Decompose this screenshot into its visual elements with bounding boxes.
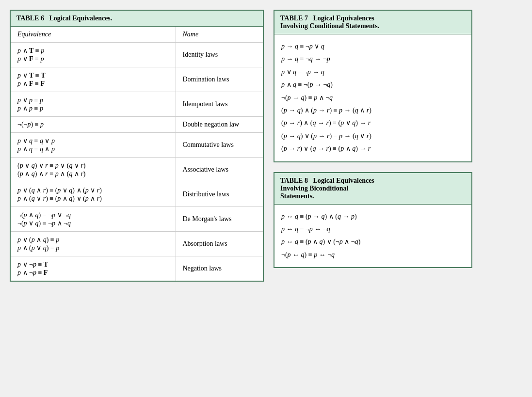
name-cell: Domination laws xyxy=(176,67,263,92)
table-row: ¬(p ∧ q) ≡ ¬p ∨ ¬q ¬(p ∨ q) ≡ ¬p ∧ ¬q De… xyxy=(11,207,263,232)
name-cell: Double negation law xyxy=(176,117,263,133)
table7-row: ¬(p → q) ≡ p ∧ ¬q xyxy=(281,93,465,103)
table8-row: p ↔ q ≡ (p ∧ q) ∨ (¬p ∧ ¬q) xyxy=(281,237,465,247)
equiv-line: p ∨ p ≡ p xyxy=(17,96,169,104)
name-cell: Absorption laws xyxy=(176,232,263,256)
name-cell: De Morgan's laws xyxy=(176,207,263,232)
equiv-cell: p ∨ (q ∧ r) ≡ (p ∨ q) ∧ (p ∨ r) p ∧ (q ∨… xyxy=(11,182,176,207)
name-cell: Negation laws xyxy=(176,256,263,281)
equiv-line: p ∨ q ≡ q ∨ p xyxy=(17,137,169,145)
equiv-line: p ∧ (q ∨ r) ≡ (p ∧ q) ∨ (p ∧ r) xyxy=(17,194,169,203)
equiv-cell: p ∨ T ≡ T p ∧ F ≡ F xyxy=(11,67,176,92)
name-cell: Distributive laws xyxy=(176,182,263,207)
table7-row: p → q ≡ ¬p ∨ q xyxy=(281,41,465,52)
table8-header: TABLE 8 Logical EquivalencesInvolving Bi… xyxy=(274,173,471,205)
equiv-line: ¬(p ∧ q) ≡ ¬p ∨ ¬q xyxy=(17,211,169,219)
table-row: p ∧ T ≡ p p ∨ F ≡ p Identity laws xyxy=(11,43,263,67)
table6-header: TABLE 6 Logical Equivalences. xyxy=(11,11,263,27)
equiv-line: p ∧ p ≡ p xyxy=(17,104,169,112)
table7-header: TABLE 7 Logical EquivalencesInvolving Co… xyxy=(274,11,471,34)
table8-row: p ↔ q ≡ ¬p ↔ ¬q xyxy=(281,224,465,235)
table6-wrapper: TABLE 6 Logical Equivalences. Equivalenc… xyxy=(10,10,264,282)
equiv-line: p ∧ (p ∨ q) ≡ p xyxy=(17,244,169,252)
table7-row: p ∨ q ≡ ¬p → q xyxy=(281,67,465,78)
table7-row: (p → q) ∧ (p → r) ≡ p → (q ∧ r) xyxy=(281,105,465,116)
equiv-line: (p ∧ q) ∧ r ≡ p ∧ (q ∧ r) xyxy=(17,170,169,178)
table-row: p ∨ ¬p ≡ T p ∧ ¬p ≡ F Negation laws xyxy=(11,256,263,281)
equiv-line: p ∨ F ≡ p xyxy=(17,55,169,63)
name-cell: Idempotent laws xyxy=(176,92,263,117)
equiv-line: p ∧ F ≡ F xyxy=(17,79,169,88)
table8-content: p ↔ q ≡ (p → q) ∧ (q → p) p ↔ q ≡ ¬p ↔ ¬… xyxy=(274,205,471,268)
equiv-cell: p ∨ ¬p ≡ T p ∧ ¬p ≡ F xyxy=(11,256,176,281)
equiv-line: p ∨ (q ∧ r) ≡ (p ∨ q) ∧ (p ∨ r) xyxy=(17,186,169,194)
equiv-cell: p ∨ (p ∧ q) ≡ p p ∧ (p ∨ q) ≡ p xyxy=(11,232,176,256)
table6-title: TABLE 6 Logical Equivalences. xyxy=(16,15,112,22)
table7-row: p ∧ q ≡ ¬(p → ¬q) xyxy=(281,79,465,90)
table-row: (p ∨ q) ∨ r ≡ p ∨ (q ∨ r) (p ∧ q) ∧ r ≡ … xyxy=(11,158,263,182)
equiv-line: ¬(p ∨ q) ≡ ¬p ∧ ¬q xyxy=(17,219,169,227)
name-cell: Associative laws xyxy=(176,158,263,182)
equiv-line: p ∨ (p ∧ q) ≡ p xyxy=(17,236,169,244)
table8-row: p ↔ q ≡ (p → q) ∧ (q → p) xyxy=(281,211,465,222)
table6-table: Equivalence Name p ∧ T ≡ p p ∨ F ≡ p Ide… xyxy=(11,27,263,281)
col-name-header: Name xyxy=(176,27,263,43)
table7-row: (p → r) ∨ (q → r) ≡ (p ∧ q) → r xyxy=(281,143,465,154)
table7-content: p → q ≡ ¬p ∨ q p → q ≡ ¬q → ¬p p ∨ q ≡ ¬… xyxy=(274,34,471,161)
equiv-line: p ∨ ¬p ≡ T xyxy=(17,260,169,269)
equiv-line: p ∧ T ≡ p xyxy=(17,47,169,55)
equiv-line: ¬(¬p) ≡ p xyxy=(17,121,169,128)
equiv-cell: ¬(p ∧ q) ≡ ¬p ∨ ¬q ¬(p ∨ q) ≡ ¬p ∧ ¬q xyxy=(11,207,176,232)
table-row: p ∨ (q ∧ r) ≡ (p ∨ q) ∧ (p ∨ r) p ∧ (q ∨… xyxy=(11,182,263,207)
table8-row: ¬(p ↔ q) ≡ p ↔ ¬q xyxy=(281,250,465,260)
table6: TABLE 6 Logical Equivalences. Equivalenc… xyxy=(10,10,264,282)
table7-row: (p → r) ∧ (q → r) ≡ (p ∨ q) → r xyxy=(281,118,465,128)
equiv-line: p ∧ ¬p ≡ F xyxy=(17,269,169,277)
table-row: p ∨ q ≡ q ∨ p p ∧ q ≡ q ∧ p Commutative … xyxy=(11,133,263,158)
table6-col-headers: Equivalence Name xyxy=(11,27,263,43)
right-column: TABLE 7 Logical EquivalencesInvolving Co… xyxy=(274,10,472,268)
equiv-cell: ¬(¬p) ≡ p xyxy=(11,117,176,133)
table7: TABLE 7 Logical EquivalencesInvolving Co… xyxy=(274,10,472,162)
table-row: p ∨ (p ∧ q) ≡ p p ∧ (p ∨ q) ≡ p Absorpti… xyxy=(11,232,263,256)
equiv-line: p ∨ T ≡ T xyxy=(17,71,169,79)
equiv-line: p ∧ q ≡ q ∧ p xyxy=(17,145,169,153)
name-cell: Identity laws xyxy=(176,43,263,67)
name-cell: Commutative laws xyxy=(176,133,263,158)
table8-title: TABLE 8 Logical EquivalencesInvolving Bi… xyxy=(280,177,374,200)
equiv-cell: p ∨ p ≡ p p ∧ p ≡ p xyxy=(11,92,176,117)
table-row: p ∨ p ≡ p p ∧ p ≡ p Idempotent laws xyxy=(11,92,263,117)
equiv-line: (p ∨ q) ∨ r ≡ p ∨ (q ∨ r) xyxy=(17,161,169,170)
table-row: p ∨ T ≡ T p ∧ F ≡ F Domination laws xyxy=(11,67,263,92)
table-row: ¬(¬p) ≡ p Double negation law xyxy=(11,117,263,133)
equiv-cell: (p ∨ q) ∨ r ≡ p ∨ (q ∨ r) (p ∧ q) ∧ r ≡ … xyxy=(11,158,176,182)
table7-title: TABLE 7 Logical EquivalencesInvolving Co… xyxy=(280,15,379,30)
equiv-cell: p ∨ q ≡ q ∨ p p ∧ q ≡ q ∧ p xyxy=(11,133,176,158)
table7-row: (p → q) ∨ (p → r) ≡ p → (q ∨ r) xyxy=(281,131,465,142)
table8: TABLE 8 Logical EquivalencesInvolving Bi… xyxy=(274,172,472,269)
col-equiv-header: Equivalence xyxy=(11,27,176,43)
table7-row: p → q ≡ ¬q → ¬p xyxy=(281,54,465,64)
equiv-cell: p ∧ T ≡ p p ∨ F ≡ p xyxy=(11,43,176,67)
